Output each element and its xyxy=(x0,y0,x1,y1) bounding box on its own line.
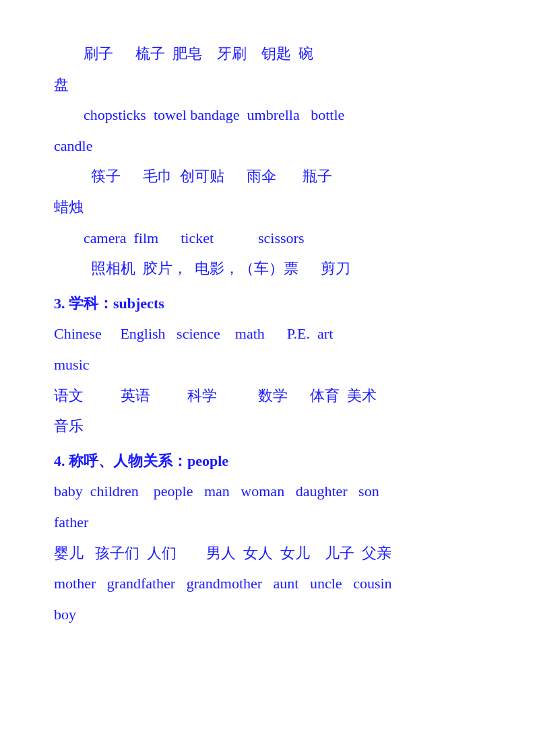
people-en-boy: boy xyxy=(54,601,488,628)
people-en-line2: mother grandfather grandmother aunt uncl… xyxy=(54,570,488,597)
subjects-section: 3. 学科：subjects Chinese English science m… xyxy=(54,290,488,440)
people-cn-line1: 婴儿 孩子们 人们 男人 女人 女儿 儿子 父亲 xyxy=(54,540,488,567)
page-content: 刷子 梳子 肥皂 牙刷 钥匙 碗 盘 chopsticks towel band… xyxy=(54,40,488,627)
people-section: 4. 称呼、人物关系：people baby children people m… xyxy=(54,448,488,628)
subjects-en-line: Chinese English science math P.E. art xyxy=(54,320,488,347)
subjects-cn-music: 音乐 xyxy=(54,413,488,440)
section-heading-text: 3. 学科：subjects xyxy=(54,295,164,312)
section-heading: 3. 学科：subjects xyxy=(54,290,488,317)
text-line: chopsticks towel bandage umbrella bottle xyxy=(54,102,488,129)
people-en-line1: baby children people man woman daughter … xyxy=(54,478,488,505)
text-line: camera film ticket scissors xyxy=(54,225,488,252)
text-line: 照相机 胶片， 电影，（车）票 剪刀 xyxy=(54,255,488,282)
text-line: 蜡烛 xyxy=(54,194,488,221)
subjects-en-music: music xyxy=(54,351,488,378)
text-line: 刷子 梳子 肥皂 牙刷 钥匙 碗 xyxy=(54,40,488,67)
text-line: candle xyxy=(54,133,488,160)
text-line: 盘 xyxy=(54,71,488,98)
people-en-father: father xyxy=(54,509,488,536)
camera-row: camera film ticket scissors 照相机 胶片， 电影，（… xyxy=(54,225,488,282)
chopsticks-cn-row: 筷子 毛巾 创可贴 雨伞 瓶子 蜡烛 xyxy=(54,163,488,220)
people-heading: 4. 称呼、人物关系：people xyxy=(54,448,488,475)
subjects-cn-line: 语文 英语 科学 数学 体育 美术 xyxy=(54,382,488,409)
chopsticks-en-row: chopsticks towel bandage umbrella bottle… xyxy=(54,102,488,159)
text-line: 筷子 毛巾 创可贴 雨伞 瓶子 xyxy=(54,163,488,190)
brush-row-cn: 刷子 梳子 肥皂 牙刷 钥匙 碗 盘 xyxy=(54,40,488,98)
